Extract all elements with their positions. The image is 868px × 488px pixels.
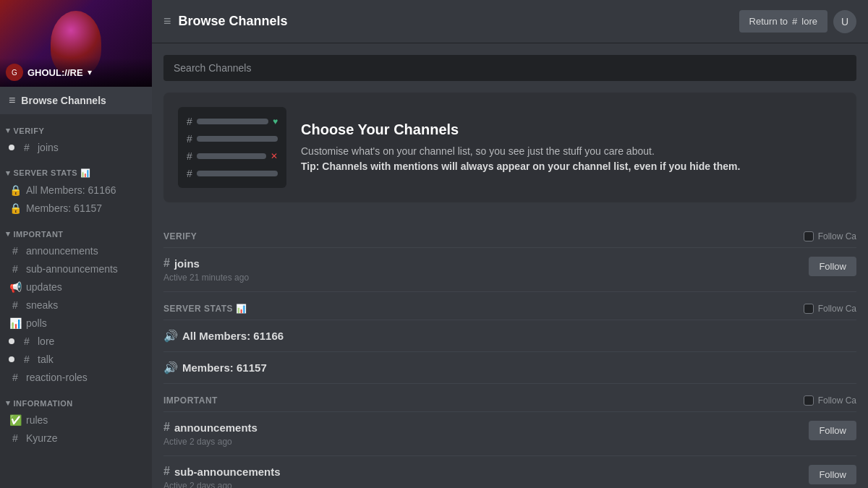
follow-button-sub-announcements[interactable]: Follow (809, 465, 856, 484)
follow-category-label: Follow Ca (818, 231, 856, 241)
category-label: IMPORTANT (14, 230, 64, 239)
channel-name: Kyurze (26, 432, 58, 444)
category-important[interactable]: ▾ IMPORTANT (0, 218, 152, 241)
hash-icon: # (9, 299, 22, 311)
channel-activity: Active 2 days ago (163, 437, 258, 447)
channel-row-sub-announcements: # sub-announcements Active 2 days ago Fo… (163, 456, 856, 488)
unread-indicator (9, 145, 14, 150)
section-title: IMPORTANT (163, 395, 218, 406)
main-content: ≡ Browse Channels Return to # lore U # ♥ (152, 0, 868, 488)
channel-info: 🔊 Members: 61157 (163, 361, 267, 374)
hash-icon: # (187, 168, 192, 179)
follow-category-verify[interactable]: Follow Ca (804, 231, 856, 241)
hash-icon: # (9, 263, 22, 275)
hash-icon: # (163, 257, 170, 270)
hash-icon: # (792, 16, 797, 27)
promo-title: Choose Your Channels (301, 121, 740, 138)
search-input[interactable] (163, 55, 856, 81)
header-left: ≡ Browse Channels (163, 14, 288, 29)
channel-info: # sub-announcements Active 2 days ago (163, 465, 281, 488)
lock-icon: 🔒 (9, 202, 22, 214)
section-header-verify: VERIFY Follow Ca (163, 220, 856, 248)
hash-icon: # (9, 432, 22, 444)
channel-row-announcements: # announcements Active 2 days ago Follow (163, 412, 856, 456)
sidebar-item-updates[interactable]: 📢 updates (3, 278, 149, 296)
sidebar-item-all-members[interactable]: 🔒 All Members: 61166 (3, 181, 149, 199)
sidebar-item-reaction-roles[interactable]: # reaction-roles (3, 369, 149, 386)
user-avatar[interactable]: U (833, 10, 856, 33)
checkbox-icon[interactable] (804, 395, 814, 406)
checkbox-icon[interactable] (804, 304, 814, 314)
return-to-button[interactable]: Return to # lore (739, 10, 827, 33)
channel-name: sneaks (26, 299, 58, 311)
category-server-stats[interactable]: ▾ SERVER STATS 📊 (0, 157, 152, 181)
tip-text: Channels with mentions will always appea… (322, 160, 740, 172)
promo-line (197, 171, 278, 176)
channel-info: # announcements Active 2 days ago (163, 421, 258, 447)
section-title: SERVER STATS 📊 (163, 304, 247, 314)
main-body: # ♥ # # ✕ # Choose Yo (152, 43, 868, 488)
section-verify: VERIFY Follow Ca # joins Active 21 minut… (163, 220, 856, 292)
sidebar-item-joins[interactable]: # joins (3, 139, 149, 156)
hash-icon: # (9, 245, 22, 257)
channel-name: sub-announcements (26, 263, 118, 275)
channel-name: reaction-roles (26, 372, 88, 383)
promo-tip: Tip: Channels with mentions will always … (301, 159, 740, 174)
return-label: Return to (749, 16, 788, 27)
channel-name: talk (38, 354, 54, 365)
channel-row-joins: # joins Active 21 minutes ago Follow (163, 248, 856, 292)
hash-icon: # (187, 150, 192, 162)
channel-row-members: 🔊 Members: 61157 (163, 352, 856, 384)
category-verify[interactable]: ▾ VERIFY (0, 114, 152, 138)
sidebar-item-announcements[interactable]: # announcements (3, 242, 149, 260)
promo-row-4: # (187, 168, 278, 179)
sidebar-item-members[interactable]: 🔒 Members: 61157 (3, 200, 149, 217)
channel-name-display: 🔊 Members: 61157 (163, 361, 267, 374)
category-label: INFORMATION (14, 399, 73, 408)
channel-name-display: # joins (163, 257, 249, 270)
hash-icon: # (20, 335, 33, 347)
channel-name: Members: 61157 (26, 202, 102, 214)
category-label: VERIFY (14, 127, 45, 135)
checkbox-icon[interactable] (804, 231, 814, 241)
category-arrow-icon: ▾ (6, 168, 11, 178)
server-name: GHOUL://RE (27, 67, 83, 78)
follow-category-label: Follow Ca (818, 395, 856, 406)
promo-preview: # ♥ # # ✕ # (178, 107, 286, 188)
hash-icon: # (163, 465, 170, 478)
return-channel: lore (801, 16, 817, 27)
category-information[interactable]: ▾ INFORMATION (0, 387, 152, 411)
sidebar: G GHOUL://RE ▾ ≡ Browse Channels ▾ VERIF… (0, 0, 152, 488)
category-arrow-icon: ▾ (6, 398, 11, 408)
browse-channels-icon: ≡ (163, 14, 171, 29)
sidebar-item-kyurze[interactable]: # Kyurze (3, 429, 149, 447)
channel-name: polls (26, 317, 47, 329)
browse-channels-label: Browse Channels (21, 95, 106, 106)
promo-row-1: # ♥ (187, 116, 278, 127)
server-header[interactable]: G GHOUL://RE ▾ (0, 0, 152, 87)
sidebar-item-polls[interactable]: 📊 polls (3, 314, 149, 332)
hash-icon: # (187, 133, 192, 145)
follow-category-important[interactable]: Follow Ca (804, 395, 856, 406)
section-header-server-stats: SERVER STATS 📊 Follow Ca (163, 292, 856, 320)
sidebar-item-sub-announcements[interactable]: # sub-announcements (3, 260, 149, 278)
hash-icon: # (9, 372, 22, 383)
follow-category-label: Follow Ca (818, 304, 856, 314)
sidebar-item-talk[interactable]: # talk (3, 351, 149, 368)
channel-name-text: joins (174, 257, 200, 270)
sidebar-item-sneaks[interactable]: # sneaks (3, 296, 149, 314)
channel-activity: Active 2 days ago (163, 481, 281, 488)
sidebar-item-rules[interactable]: ✅ rules (3, 411, 149, 429)
channel-name-text: announcements (174, 421, 258, 434)
channel-info: 🔊 All Members: 61166 (163, 329, 284, 343)
follow-category-server-stats[interactable]: Follow Ca (804, 304, 856, 314)
browse-channels-sidebar-btn[interactable]: ≡ Browse Channels (0, 87, 152, 114)
sidebar-channel-list: ▾ VERIFY # joins ▾ SERVER STATS 📊 🔒 All … (0, 114, 152, 488)
follow-button-announcements[interactable]: Follow (809, 421, 856, 440)
follow-button-joins[interactable]: Follow (809, 257, 856, 276)
channel-name-display: # announcements (163, 421, 258, 434)
page-header: ≡ Browse Channels Return to # lore U (152, 0, 868, 43)
sidebar-item-lore[interactable]: # lore (3, 333, 149, 350)
category-arrow-icon: ▾ (6, 126, 11, 135)
channel-name-text: All Members: 61166 (182, 330, 284, 342)
